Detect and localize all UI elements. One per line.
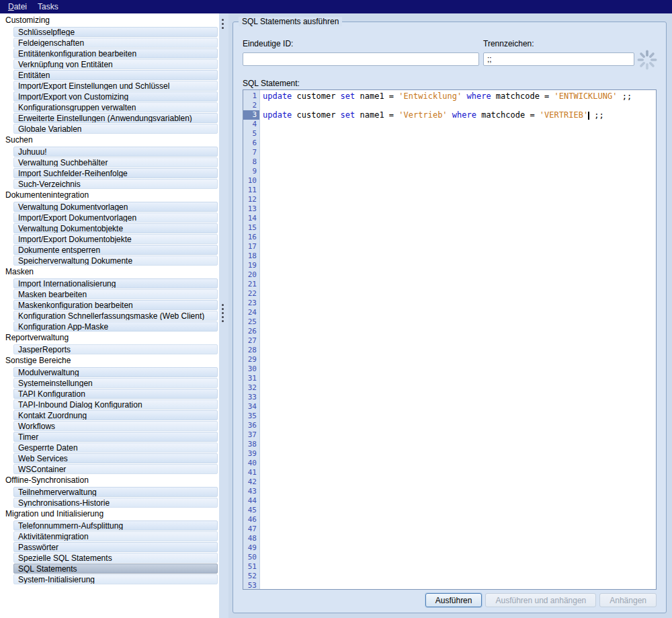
button-ausf-hren[interactable]: Ausführen bbox=[425, 593, 482, 607]
code-line: update customer set name1 = 'Vertrieb' w… bbox=[263, 110, 656, 120]
line-number: 22 bbox=[243, 289, 259, 299]
menu-datei[interactable]: Datei bbox=[3, 1, 32, 13]
separator-label: Trennzeichen: bbox=[483, 39, 534, 48]
sidebar-item-tapi-inbound-dialog-konfiguration[interactable]: TAPI-Inbound Dialog Konfiguration bbox=[13, 399, 218, 410]
main-panel: SQL Statements ausführen Eindeutige ID: … bbox=[228, 13, 672, 618]
sidebar-section-masken[interactable]: Masken bbox=[0, 266, 219, 278]
sidebar-item-system-initialisierung[interactable]: System-Initialisierung bbox=[13, 574, 218, 584]
line-number: 7 bbox=[243, 148, 259, 157]
line-number: 1 bbox=[243, 91, 259, 101]
line-number: 31 bbox=[243, 374, 259, 383]
sidebar-item-workflows[interactable]: Workflows bbox=[13, 421, 218, 431]
sidebar-item-gesperrte-daten[interactable]: Gesperrte Daten bbox=[13, 442, 218, 453]
sidebar-item-import-internationalisierung[interactable]: Import Internationalisierung bbox=[13, 278, 218, 288]
splitter-grip-middle[interactable] bbox=[222, 304, 224, 322]
line-number: 32 bbox=[243, 383, 259, 393]
button-ausf-hren-und-anh-ngen[interactable]: Ausführen und anhängen bbox=[485, 593, 596, 607]
sql-statement-label: SQL Statement: bbox=[243, 79, 300, 88]
code-line: update customer set name1 = 'Entwicklung… bbox=[263, 91, 656, 101]
sidebar-item-modulverwaltung[interactable]: Modulverwaltung bbox=[13, 367, 218, 377]
unique-id-input[interactable] bbox=[243, 52, 479, 66]
sidebar-item-erweiterte-einstellungen-anwendungsvariablen[interactable]: Erweiterte Einstellungen (Anwendungsvari… bbox=[13, 113, 218, 123]
sidebar-item-konfiguration-app-maske[interactable]: Konfiguration App-Maske bbox=[13, 321, 218, 332]
sidebar-item-konfigurationsgruppen-verwalten[interactable]: Konfigurationsgruppen verwalten bbox=[13, 102, 218, 112]
sidebar-section-offline-synchronisation[interactable]: Offline-Synchronisation bbox=[0, 475, 219, 486]
line-number: 53 bbox=[243, 581, 259, 590]
splitter[interactable] bbox=[219, 13, 228, 618]
sidebar-section-suchen[interactable]: Suchen bbox=[0, 134, 219, 146]
separator-input[interactable] bbox=[483, 52, 634, 66]
sidebar-item-verwaltung-dokumentvorlagen[interactable]: Verwaltung Dokumentvorlagen bbox=[13, 202, 218, 212]
line-number: 2 bbox=[243, 101, 259, 110]
line-number: 41 bbox=[243, 468, 259, 477]
line-number: 23 bbox=[243, 299, 259, 308]
sidebar-item-import-export-dokumentobjekte[interactable]: Import/Export Dokumentobjekte bbox=[13, 234, 218, 244]
sidebar-item-entit-ten[interactable]: Entitäten bbox=[13, 70, 218, 80]
line-number: 5 bbox=[243, 129, 259, 139]
code-area[interactable]: update customer set name1 = 'Entwicklung… bbox=[260, 90, 656, 589]
sidebar-item-kontakt-zuordnung[interactable]: Kontakt Zuordnung bbox=[13, 410, 218, 420]
line-number: 42 bbox=[243, 477, 259, 487]
menu-tasks[interactable]: Tasks bbox=[32, 1, 64, 13]
sidebar-item-telefonnummern-aufsplittung[interactable]: Telefonnummern-Aufsplittung bbox=[13, 520, 218, 531]
sidebar-item-such-verzeichnis[interactable]: Such-Verzeichnis bbox=[13, 179, 218, 189]
sidebar-item-globale-variablen[interactable]: Globale Variablen bbox=[13, 124, 218, 134]
sidebar-section-sonstige-bereiche[interactable]: Sonstige Bereiche bbox=[0, 355, 219, 366]
sidebar-item-masken-bearbeiten[interactable]: Masken bearbeiten bbox=[13, 289, 218, 299]
sidebar-item-tapi-konfiguration[interactable]: TAPI Konfiguration bbox=[13, 389, 218, 399]
sidebar-item-speicherverwaltung-dokumente[interactable]: Speicherverwaltung Dokumente bbox=[13, 256, 218, 266]
line-number: 52 bbox=[243, 572, 259, 581]
sidebar-item-import-export-von-customizing[interactable]: Import/Export von Customizing bbox=[13, 91, 218, 102]
sql-editor[interactable]: 1234567891011121314151617181920212223242… bbox=[243, 89, 657, 590]
sidebar-item-entit-tenkonfiguration-bearbeiten[interactable]: Entitätenkonfiguration bearbeiten bbox=[13, 48, 218, 59]
line-number: 27 bbox=[243, 336, 259, 346]
sidebar-item-teilnehmerverwaltung[interactable]: Teilnehmerverwaltung bbox=[13, 487, 218, 497]
sidebar-item-sql-statements[interactable]: SQL Statements bbox=[13, 564, 218, 574]
code-line bbox=[263, 101, 656, 110]
sidebar-item-verwaltung-dokumentobjekte[interactable]: Verwaltung Dokumentobjekte bbox=[13, 223, 218, 233]
line-number: 14 bbox=[243, 214, 259, 223]
line-number: 51 bbox=[243, 562, 259, 572]
sidebar-item-konfiguration-schnellerfassungsmaske-web-client[interactable]: Konfiguration Schnellerfassungsmaske (We… bbox=[13, 311, 218, 321]
sidebar-section-migration-und-initialisierung[interactable]: Migration und Initialisierung bbox=[0, 508, 219, 520]
line-number: 48 bbox=[243, 534, 259, 543]
sidebar-item-feldeigenschaften[interactable]: Feldeigenschaften bbox=[13, 38, 218, 48]
sidebar-item-jasperreports[interactable]: JasperReports bbox=[13, 344, 218, 354]
button-bar: AusführenAusführen und anhängenAnhängen bbox=[425, 593, 657, 607]
sidebar-item-systemeinstellungen[interactable]: Systemeinstellungen bbox=[13, 378, 218, 388]
splitter-grip-top[interactable] bbox=[222, 19, 224, 29]
line-number: 30 bbox=[243, 364, 259, 374]
line-number: 24 bbox=[243, 308, 259, 317]
sidebar-item-juhuuu[interactable]: Juhuuu! bbox=[13, 147, 218, 157]
sidebar-item-import-export-einstellungen-und-schl-ssel[interactable]: Import/Export Einstellungen und Schlüsse… bbox=[13, 81, 218, 91]
line-number: 37 bbox=[243, 430, 259, 440]
line-number: 39 bbox=[243, 449, 259, 459]
busy-spinner-icon bbox=[636, 49, 658, 71]
sidebar-item-verwaltung-suchbeh-lter[interactable]: Verwaltung Suchbehälter bbox=[13, 157, 218, 167]
sidebar-item-wscontainer[interactable]: WSContainer bbox=[13, 464, 218, 474]
line-number: 12 bbox=[243, 195, 259, 204]
line-number: 33 bbox=[243, 393, 259, 402]
sidebar-section-dokumentenintegration[interactable]: Dokumentenintegration bbox=[0, 190, 219, 201]
line-number: 6 bbox=[243, 139, 259, 148]
sidebar-item-import-suchfelder-reihenfolge[interactable]: Import Suchfelder-Reihenfolge bbox=[13, 168, 218, 178]
sidebar-item-dokumente-entsperren[interactable]: Dokumente entsperren bbox=[13, 245, 218, 255]
button-anh-ngen[interactable]: Anhängen bbox=[599, 593, 657, 607]
sidebar-section-customizing[interactable]: Customizing bbox=[0, 15, 219, 26]
sidebar-item-aktivit-tenmigration[interactable]: Aktivitätenmigration bbox=[13, 531, 218, 541]
line-number: 36 bbox=[243, 421, 259, 430]
line-number: 8 bbox=[243, 157, 259, 167]
sidebar-item-maskenkonfiguration-bearbeiten[interactable]: Maskenkonfiguration bearbeiten bbox=[13, 300, 218, 310]
line-number: 16 bbox=[243, 233, 259, 242]
sidebar-item-timer[interactable]: Timer bbox=[13, 432, 218, 442]
sidebar-item-spezielle-sql-statements[interactable]: Spezielle SQL Statements bbox=[13, 553, 218, 563]
sidebar-item-web-services[interactable]: Web Services bbox=[13, 453, 218, 463]
groupbox-title: SQL Statements ausführen bbox=[239, 17, 342, 26]
sidebar-item-import-export-dokumentvorlagen[interactable]: Import/Export Dokumentvorlagen bbox=[13, 213, 218, 223]
sidebar-item-schl-sselpflege[interactable]: Schlüsselpflege bbox=[13, 27, 218, 37]
sidebar-item-verkn-pfung-von-entit-ten[interactable]: Verknüpfung von Entitäten bbox=[13, 59, 218, 69]
sidebar-item-synchronisations-historie[interactable]: Synchronisations-Historie bbox=[13, 498, 218, 508]
sidebar-item-passw-rter[interactable]: Passwörter bbox=[13, 542, 218, 552]
sidebar-section-reportverwaltung[interactable]: Reportverwaltung bbox=[0, 332, 219, 344]
line-number: 29 bbox=[243, 355, 259, 364]
